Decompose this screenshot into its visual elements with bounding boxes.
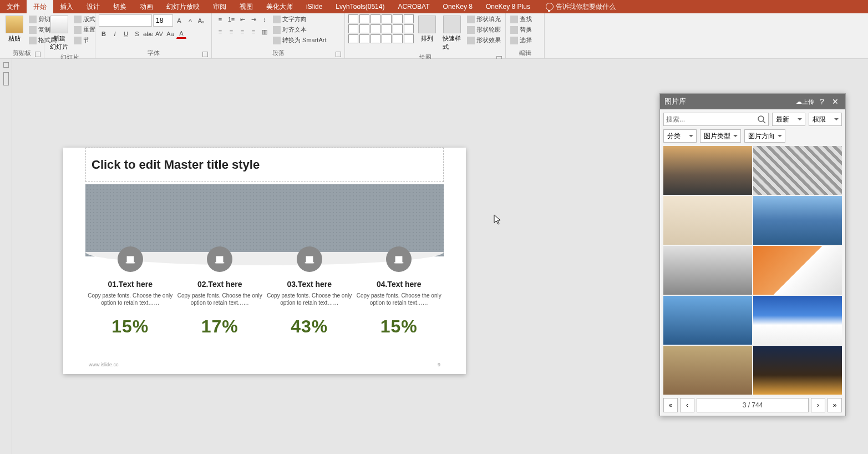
- shape-icon[interactable]: [393, 14, 403, 23]
- shape-icon[interactable]: [359, 34, 369, 43]
- underline-button[interactable]: U: [121, 29, 131, 39]
- shapes-gallery[interactable]: [348, 14, 414, 43]
- group-editing-label: 编辑: [509, 48, 541, 58]
- paste-button[interactable]: 粘贴: [3, 14, 26, 44]
- indent-dec-button[interactable]: ⇤: [237, 14, 247, 24]
- ribbon: 粘贴 剪切 复制 格式刷 剪贴板 新建 幻灯片 版式 重置 节 幻灯片: [0, 13, 868, 59]
- text-direction-button[interactable]: 文字方向: [272, 14, 327, 24]
- tab-insert[interactable]: 插入: [53, 0, 80, 13]
- shape-effect-button[interactable]: 形状效果: [466, 36, 502, 45]
- tell-me[interactable]: 告诉我你想要做什么: [546, 2, 616, 12]
- copy-icon: [29, 26, 37, 34]
- shape-icon[interactable]: [348, 34, 358, 43]
- select-icon: [510, 37, 518, 44]
- clipboard-icon: [6, 16, 23, 33]
- new-slide-label: 新建 幻灯片: [50, 34, 68, 51]
- group-drawing-label: 绘图: [348, 52, 502, 59]
- bullets-button[interactable]: ≡: [215, 14, 225, 24]
- tell-me-label: 告诉我你想要做什么: [556, 2, 616, 12]
- new-slide-button[interactable]: 新建 幻灯片: [48, 14, 70, 52]
- tab-view[interactable]: 视图: [233, 0, 260, 13]
- tab-animation[interactable]: 动画: [133, 0, 160, 13]
- font-family-input[interactable]: [99, 14, 152, 27]
- italic-button[interactable]: I: [110, 29, 120, 39]
- columns-button[interactable]: ▥: [260, 27, 270, 37]
- fill-icon: [467, 16, 475, 23]
- shape-icon[interactable]: [382, 14, 392, 23]
- align-left-button[interactable]: ≡: [215, 27, 225, 37]
- find-button[interactable]: 查找: [509, 14, 533, 24]
- shape-icon[interactable]: [404, 34, 414, 43]
- shrink-font-button[interactable]: A: [185, 16, 195, 26]
- group-font-label: 字体: [99, 48, 208, 58]
- justify-button[interactable]: ≡: [248, 27, 258, 37]
- spacing-button[interactable]: AV: [154, 29, 164, 39]
- section-icon: [74, 37, 82, 44]
- tab-transition[interactable]: 切换: [106, 0, 133, 13]
- align-center-button[interactable]: ≡: [226, 27, 236, 37]
- align-text-button[interactable]: 对齐文本: [272, 25, 327, 34]
- shape-icon[interactable]: [370, 24, 380, 33]
- shape-icon[interactable]: [370, 34, 380, 43]
- numbering-button[interactable]: 1≡: [226, 14, 236, 24]
- shape-icon[interactable]: [359, 24, 369, 33]
- brush-icon: [29, 37, 37, 44]
- shape-icon[interactable]: [359, 14, 369, 23]
- shape-outline-button[interactable]: 形状轮廓: [466, 25, 502, 34]
- strike-button[interactable]: abc: [143, 29, 153, 39]
- shape-icon[interactable]: [348, 24, 358, 33]
- shadow-button[interactable]: S: [132, 29, 142, 39]
- ribbon-tabs: 文件 开始 插入 设计 切换 动画 幻灯片放映 审阅 视图 美化大师 iSlid…: [0, 0, 868, 13]
- reset-icon: [74, 26, 82, 34]
- launcher-icon[interactable]: [336, 52, 341, 57]
- bulb-icon: [546, 3, 554, 11]
- tab-onekey8plus[interactable]: OneKey 8 Plus: [479, 0, 537, 13]
- shape-icon[interactable]: [393, 24, 403, 33]
- tab-acrobat[interactable]: ACROBAT: [391, 0, 436, 13]
- quick-style-icon: [443, 16, 461, 33]
- line-spacing-button[interactable]: ↕: [260, 14, 270, 24]
- clear-format-button[interactable]: Aₓ: [196, 16, 206, 26]
- tab-home[interactable]: 开始: [27, 0, 53, 13]
- effect-icon: [467, 37, 475, 44]
- shape-icon[interactable]: [370, 14, 380, 23]
- outline-icon: [467, 26, 475, 34]
- tab-lvyh[interactable]: LvyhTools(0514): [329, 0, 391, 13]
- group-paragraph-label: 段落: [215, 48, 341, 58]
- shape-icon[interactable]: [348, 14, 358, 23]
- tab-design[interactable]: 设计: [80, 0, 106, 13]
- smartart-button[interactable]: 转换为 SmartArt: [272, 36, 327, 45]
- smartart-icon: [273, 37, 281, 44]
- tab-slideshow[interactable]: 幻灯片放映: [160, 0, 206, 13]
- text-direction-icon: [273, 16, 281, 23]
- shape-icon[interactable]: [404, 24, 414, 33]
- align-text-icon: [273, 26, 281, 34]
- reset-button[interactable]: 重置: [73, 25, 97, 34]
- case-button[interactable]: Aa: [165, 29, 175, 39]
- select-button[interactable]: 选择: [509, 36, 533, 45]
- tab-review[interactable]: 审阅: [206, 0, 233, 13]
- tab-islide[interactable]: iSlide: [300, 0, 329, 13]
- tab-onekey8[interactable]: OneKey 8: [436, 0, 479, 13]
- tab-beautify[interactable]: 美化大师: [260, 0, 300, 13]
- tab-file[interactable]: 文件: [0, 0, 27, 13]
- replace-button[interactable]: 替换: [509, 25, 533, 34]
- arrange-button[interactable]: 排列: [416, 14, 438, 44]
- layout-button[interactable]: 版式: [73, 14, 97, 24]
- shape-fill-button[interactable]: 形状填充: [466, 14, 502, 24]
- launcher-icon[interactable]: [202, 52, 208, 57]
- section-button[interactable]: 节: [73, 36, 97, 45]
- shape-icon[interactable]: [382, 34, 392, 43]
- grow-font-button[interactable]: A: [174, 16, 184, 26]
- indent-inc-button[interactable]: ⇥: [248, 14, 258, 24]
- quick-style-button[interactable]: 快速样式: [440, 14, 464, 52]
- group-slides-label: 幻灯片: [48, 52, 92, 59]
- launcher-icon[interactable]: [35, 52, 40, 57]
- bold-button[interactable]: B: [99, 29, 109, 39]
- shape-icon[interactable]: [393, 34, 403, 43]
- font-size-input[interactable]: [153, 14, 173, 27]
- shape-icon[interactable]: [404, 14, 414, 23]
- font-color-button[interactable]: A: [176, 29, 186, 39]
- align-right-button[interactable]: ≡: [237, 27, 247, 37]
- shape-icon[interactable]: [382, 24, 392, 33]
